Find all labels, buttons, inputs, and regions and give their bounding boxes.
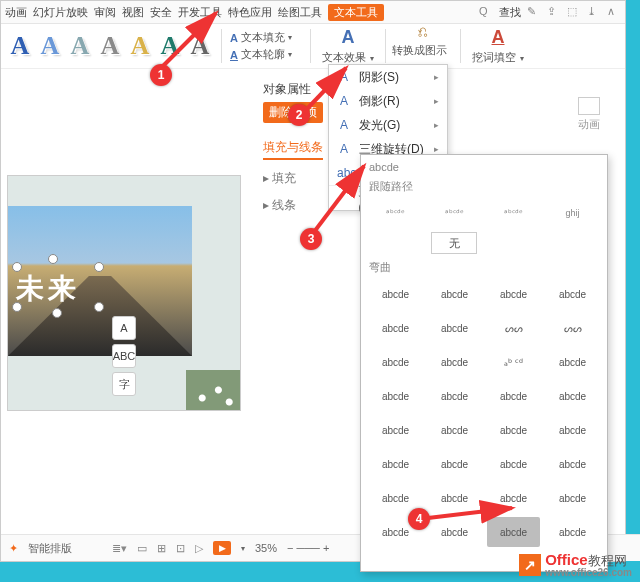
toolbar-icon[interactable]: ∧ xyxy=(607,5,621,19)
menu-item[interactable]: 幻灯片放映 xyxy=(33,5,88,20)
play-button[interactable]: ▶ xyxy=(213,541,231,555)
transform-option[interactable]: abcde xyxy=(428,279,481,309)
view-icon[interactable]: ▷ xyxy=(195,542,203,555)
transform-option[interactable]: ᵃᵇᶜᵈᵉ xyxy=(487,198,540,228)
transform-option[interactable]: ᵃᵇᶜᵈᵉ xyxy=(369,198,422,228)
watermark-icon: ↗ xyxy=(519,554,541,576)
selection-handle[interactable] xyxy=(52,308,62,318)
text-fill-group[interactable]: A文本填充▾ A文本轮廓▾ xyxy=(228,24,304,68)
menu-tab-text-tool[interactable]: 文本工具 xyxy=(328,4,384,21)
menu-bar: 动画 幻灯片放映 审阅 视图 安全 开发工具 特色应用 绘图工具 文本工具 Q … xyxy=(1,1,625,24)
warp-title: 弯曲 xyxy=(369,260,599,275)
transform-gallery: abcde 跟随路径 ᵃᵇᶜᵈᵉᵃᵇᶜᵈᵉᵃᵇᶜᵈᵉghij 无 弯曲 abcd… xyxy=(360,154,608,572)
transform-option[interactable]: abcde xyxy=(487,279,540,309)
ai-layout-icon[interactable]: ✦ xyxy=(9,542,18,555)
hollow-fill-button[interactable]: A 挖词填空 ▾ xyxy=(467,24,529,68)
transform-option[interactable]: abcde xyxy=(428,415,481,445)
animation-button[interactable]: 动画 xyxy=(569,97,609,132)
transform-option[interactable]: abcde xyxy=(546,517,599,547)
transform-option[interactable]: abcde xyxy=(428,449,481,479)
menu-item[interactable]: 开发工具 xyxy=(178,5,222,20)
floating-tool-abc[interactable]: ABC xyxy=(112,344,136,368)
transform-option[interactable]: abcde xyxy=(546,279,599,309)
decoration xyxy=(186,370,240,410)
convert-smartart-button[interactable]: ⎌ 转换成图示 ▾ xyxy=(392,24,454,68)
transform-option[interactable]: abcde xyxy=(369,449,422,479)
wordart-style[interactable]: A xyxy=(155,29,185,63)
annotation-marker-2: 2 xyxy=(288,104,310,126)
annotation-marker-3: 3 xyxy=(300,228,322,250)
wordart-style[interactable]: A xyxy=(35,29,65,63)
dropdown-item[interactable]: A倒影(R)▸ xyxy=(329,89,447,113)
selection-handle[interactable] xyxy=(12,262,22,272)
zoom-value[interactable]: 35% xyxy=(255,542,277,554)
no-transform-option[interactable]: 无 xyxy=(431,232,477,254)
follow-path-title: 跟随路径 xyxy=(369,179,599,194)
transform-option[interactable]: ₐᵇ ᶜᵈ xyxy=(487,347,540,377)
slide-canvas[interactable]: 未来 A ABC 字 xyxy=(7,175,241,411)
selection-handle[interactable] xyxy=(94,302,104,312)
selection-handle[interactable] xyxy=(94,262,104,272)
transform-option[interactable]: abcde xyxy=(487,517,540,547)
wordart-style[interactable]: A xyxy=(65,29,95,63)
gallery-header: abcde xyxy=(369,161,599,173)
menu-item[interactable]: 视图 xyxy=(122,5,144,20)
wordart-text[interactable]: 未来 xyxy=(16,270,80,308)
transform-option[interactable]: abcde xyxy=(369,313,422,343)
toolbar-icon[interactable]: ⤓ xyxy=(587,5,601,19)
transform-option[interactable]: ᵃᵇᶜᵈᵉ xyxy=(428,198,481,228)
view-icon[interactable]: ▭ xyxy=(137,542,147,555)
menu-item[interactable]: 动画 xyxy=(5,5,27,20)
transform-option[interactable]: ghij xyxy=(546,198,599,228)
selection-handle[interactable] xyxy=(12,302,22,312)
transform-option[interactable]: ᔕᔕ xyxy=(546,313,599,343)
annotation-marker-4: 4 xyxy=(408,508,430,530)
wordart-style[interactable]: A xyxy=(125,29,155,63)
floating-tool-a[interactable]: A xyxy=(112,316,136,340)
search-label[interactable]: 查找 xyxy=(499,5,521,20)
floating-tool-char[interactable]: 字 xyxy=(112,372,136,396)
transform-option[interactable]: abcde xyxy=(546,449,599,479)
animation-icon xyxy=(578,97,600,115)
transform-option[interactable]: abcde xyxy=(428,313,481,343)
text-effect-button[interactable]: A 文本效果 ▾ xyxy=(317,24,379,68)
toolbar-icon[interactable]: ⇪ xyxy=(547,5,561,19)
toolbar-icon[interactable]: ✎ xyxy=(527,5,541,19)
transform-option[interactable]: abcde xyxy=(487,381,540,411)
tab-fill-line[interactable]: 填充与线条 xyxy=(263,139,323,160)
wordart-style[interactable]: A xyxy=(95,29,125,63)
annotation-marker-1: 1 xyxy=(150,64,172,86)
wordart-style[interactable]: A xyxy=(5,29,35,63)
wordart-style[interactable]: A xyxy=(185,29,215,63)
transform-option[interactable]: abcde xyxy=(428,381,481,411)
menu-item[interactable]: 特色应用 xyxy=(228,5,272,20)
transform-option[interactable]: abcde xyxy=(546,415,599,445)
menu-item[interactable]: 审阅 xyxy=(94,5,116,20)
dropdown-item[interactable]: A阴影(S)▸ xyxy=(329,65,447,89)
ai-layout-label[interactable]: 智能排版 xyxy=(28,541,72,556)
transform-option[interactable]: abcde xyxy=(369,347,422,377)
transform-option[interactable]: abcde xyxy=(369,381,422,411)
search-icon[interactable]: Q xyxy=(479,5,493,19)
view-icon[interactable]: ⊡ xyxy=(176,542,185,555)
view-icon[interactable]: ≣▾ xyxy=(112,542,127,555)
menu-item[interactable]: 安全 xyxy=(150,5,172,20)
transform-option[interactable]: abcde xyxy=(428,347,481,377)
transform-option[interactable]: abcde xyxy=(487,415,540,445)
transform-option[interactable]: abcde xyxy=(546,381,599,411)
transform-option[interactable]: abcde xyxy=(369,279,422,309)
transform-option[interactable]: ᔕᔕ xyxy=(487,313,540,343)
transform-option[interactable]: abcde xyxy=(546,347,599,377)
transform-option[interactable]: abcde xyxy=(487,449,540,479)
transform-option[interactable]: abcde xyxy=(546,483,599,513)
view-icon[interactable]: ⊞ xyxy=(157,542,166,555)
menu-item[interactable]: 绘图工具 xyxy=(278,5,322,20)
transform-option[interactable]: abcde xyxy=(487,483,540,513)
transform-option[interactable]: abcde xyxy=(369,415,422,445)
dropdown-item[interactable]: A发光(G)▸ xyxy=(329,113,447,137)
ribbon: AAAAAAA A文本填充▾ A文本轮廓▾ A 文本效果 ▾ ⎌ 转换成图示 ▾… xyxy=(1,24,625,69)
toolbar-icon[interactable]: ⬚ xyxy=(567,5,581,19)
transform-option[interactable]: abcde xyxy=(428,483,481,513)
selection-handle[interactable] xyxy=(48,254,58,264)
transform-option[interactable]: abcde xyxy=(428,517,481,547)
